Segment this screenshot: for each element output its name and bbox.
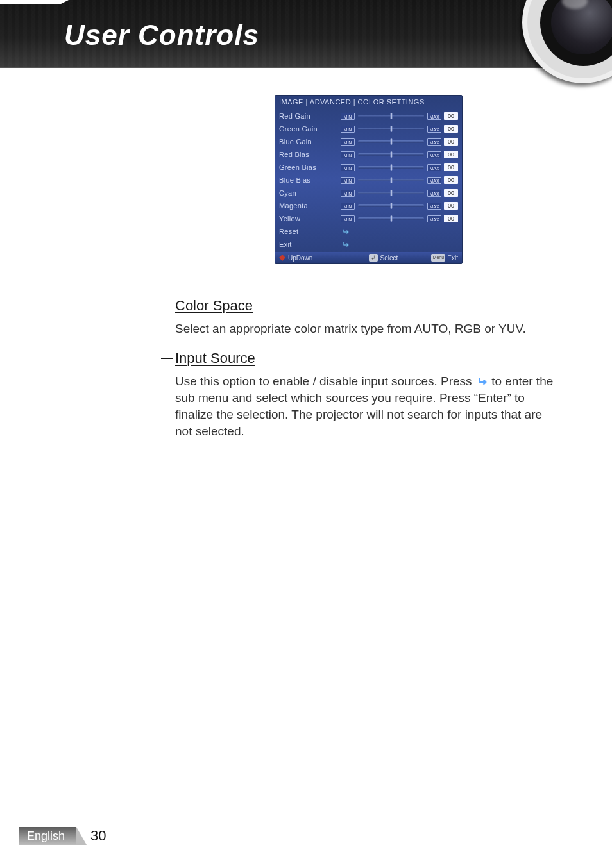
slider-value: 00 <box>444 215 458 222</box>
slider-thumb[interactable] <box>390 126 392 132</box>
menu-key-icon: Menu <box>431 254 445 262</box>
min-badge: MIN <box>341 151 355 158</box>
max-badge: MAX <box>427 151 441 158</box>
slider-track[interactable] <box>358 192 424 194</box>
osd-row-exit[interactable]: Exit ↵ <box>275 238 462 251</box>
footer-exit-label: Exit <box>447 255 458 262</box>
min-badge: MIN <box>341 126 355 133</box>
min-badge: MIN <box>341 138 355 146</box>
enter-icon: ↵ <box>342 240 349 249</box>
osd-row-yellow[interactable]: Yellow MIN MAX 00 <box>275 212 462 225</box>
slider-track[interactable] <box>358 115 424 117</box>
min-badge: MIN <box>341 113 355 120</box>
slider-track[interactable] <box>358 140 424 143</box>
slider-thumb[interactable] <box>390 164 392 171</box>
osd-label: Blue Bias <box>279 176 341 184</box>
max-badge: MAX <box>427 126 441 133</box>
osd-label: Exit <box>279 240 341 248</box>
slider-thumb[interactable] <box>390 177 392 183</box>
max-badge: MAX <box>427 113 441 120</box>
page-title: User Controls <box>64 19 259 51</box>
header-banner: User Controls <box>0 0 612 68</box>
slider-value: 00 <box>444 202 458 210</box>
osd-row-red-bias[interactable]: Red Bias MIN MAX 00 <box>275 148 462 161</box>
max-badge: MAX <box>427 164 441 171</box>
osd-row-red-gain[interactable]: Red Gain MIN MAX 00 <box>275 110 462 122</box>
enter-icon: ↵ <box>342 228 349 236</box>
section-body-input-source: Use this option to enable / disable inpu… <box>175 373 560 440</box>
section-title-color-space: Color Space <box>175 297 560 314</box>
slider-value: 00 <box>444 189 458 197</box>
min-badge: MIN <box>341 190 355 197</box>
osd-row-green-bias[interactable]: Green Bias MIN MAX 00 <box>275 161 462 174</box>
osd-title: IMAGE | ADVANCED | COLOR SETTINGS <box>275 96 462 110</box>
footer-updown-label: UpDown <box>288 255 312 262</box>
osd-label: Reset <box>279 228 341 235</box>
page-footer: English 30 <box>19 827 106 845</box>
enter-key-icon: ↲ <box>369 254 378 262</box>
slider-track[interactable] <box>358 217 424 220</box>
slider-track[interactable] <box>358 166 424 169</box>
page-number: 30 <box>90 828 106 844</box>
slider-value: 00 <box>444 125 458 133</box>
osd-footer: UpDown ↲ Select Menu Exit <box>275 252 462 263</box>
osd-row-green-gain[interactable]: Green Gain MIN MAX 00 <box>275 122 462 135</box>
footer-select-label: Select <box>380 255 398 262</box>
header-notch <box>0 0 61 4</box>
section-title-input-source: Input Source <box>175 350 560 367</box>
slider-thumb[interactable] <box>390 151 392 158</box>
max-badge: MAX <box>427 215 441 222</box>
osd-row-blue-gain[interactable]: Blue Gain MIN MAX 00 <box>275 135 462 148</box>
osd-row-magenta[interactable]: Magenta MIN MAX 00 <box>275 199 462 212</box>
slider-track[interactable] <box>358 204 424 207</box>
osd-label: Green Gain <box>279 125 341 133</box>
enter-icon: ↵ <box>477 374 487 390</box>
lens-decoration <box>522 0 612 90</box>
max-badge: MAX <box>427 190 441 197</box>
slider-value: 00 <box>444 112 458 120</box>
section-body-color-space: Select an appropriate color matrix type … <box>175 321 560 337</box>
slider-thumb[interactable] <box>390 190 392 196</box>
slider-track[interactable] <box>358 153 424 156</box>
max-badge: MAX <box>427 138 441 146</box>
osd-label: Red Gain <box>279 112 341 120</box>
slider-thumb[interactable] <box>390 113 392 119</box>
max-badge: MAX <box>427 203 441 210</box>
min-badge: MIN <box>341 177 355 184</box>
slider-value: 00 <box>444 163 458 171</box>
osd-row-cyan[interactable]: Cyan MIN MAX 00 <box>275 187 462 199</box>
min-badge: MIN <box>341 215 355 222</box>
slider-value: 00 <box>444 176 458 184</box>
slider-track[interactable] <box>358 179 424 181</box>
content-area: Color Space Select an appropriate color … <box>175 297 560 452</box>
osd-label: Magenta <box>279 202 341 210</box>
osd-label: Red Bias <box>279 151 341 158</box>
min-badge: MIN <box>341 203 355 210</box>
max-badge: MAX <box>427 177 441 184</box>
slider-value: 00 <box>444 138 458 146</box>
osd-label: Green Bias <box>279 163 341 171</box>
slider-thumb[interactable] <box>390 215 392 222</box>
osd-label: Blue Gain <box>279 138 341 146</box>
min-badge: MIN <box>341 164 355 171</box>
osd-row-reset[interactable]: Reset ↵ <box>275 225 462 238</box>
language-tab: English <box>19 827 76 845</box>
slider-thumb[interactable] <box>390 138 392 145</box>
slider-value: 00 <box>444 151 458 158</box>
slider-thumb[interactable] <box>390 203 392 209</box>
slider-track[interactable] <box>358 128 424 130</box>
osd-label: Cyan <box>279 189 341 197</box>
updown-icon <box>279 255 285 261</box>
input-source-text-pre: Use this option to enable / disable inpu… <box>175 374 475 388</box>
osd-menu: IMAGE | ADVANCED | COLOR SETTINGS Red Ga… <box>275 95 463 264</box>
osd-label: Yellow <box>279 215 341 222</box>
osd-row-blue-bias[interactable]: Blue Bias MIN MAX 00 <box>275 174 462 187</box>
